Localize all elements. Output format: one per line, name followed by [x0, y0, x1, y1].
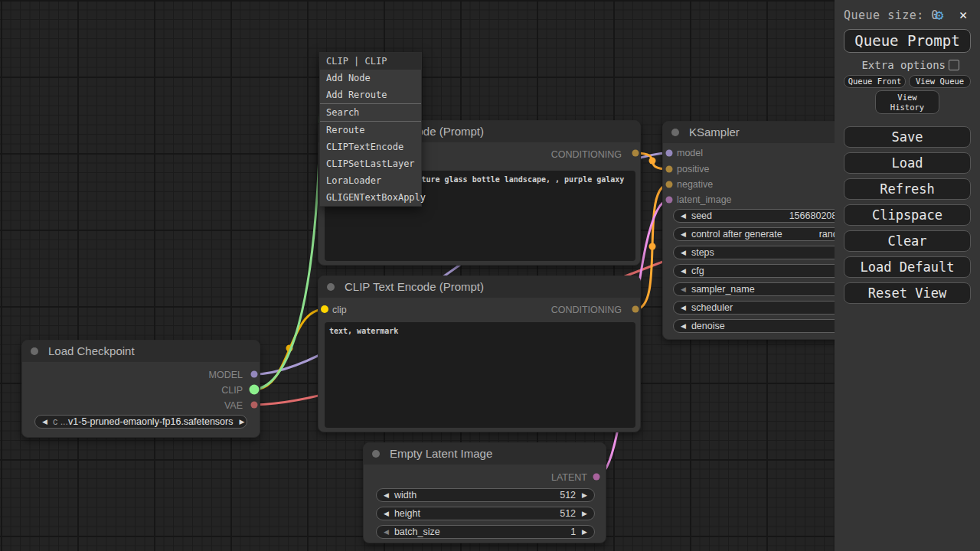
prev-value-arrow-icon[interactable]: ◀: [42, 418, 47, 425]
next-value-arrow-icon[interactable]: ▶: [239, 418, 244, 425]
widget-label: control after generate: [691, 229, 782, 240]
collapse-dot-icon[interactable]: [31, 347, 38, 355]
output-label-clip: CLIP: [221, 385, 243, 396]
batch-size-widget[interactable]: ◀ batch_size 1 ▶: [376, 525, 595, 539]
menu-item-gligentextboxapply[interactable]: GLIGENTextBoxApply: [320, 189, 421, 206]
queue-prompt-button[interactable]: Queue Prompt: [844, 29, 971, 53]
extra-options-checkbox[interactable]: [949, 60, 959, 70]
decrement-arrow-icon[interactable]: ◀: [681, 322, 686, 330]
increment-arrow-icon[interactable]: ▶: [582, 510, 587, 517]
widget-value: v1-5-pruned-emaonly-fp16.safetensors: [68, 416, 233, 427]
output-label-latent: LATENT: [551, 472, 587, 483]
decrement-arrow-icon[interactable]: ◀: [681, 249, 686, 256]
input-label-positive: positive: [677, 164, 709, 174]
menu-item-search[interactable]: Search: [320, 104, 421, 121]
node-clip-text-encode-negative[interactable]: CLIP Text Encode (Prompt) clip CONDITION…: [318, 276, 641, 432]
wire-clip-midpoint-dot: [286, 345, 293, 352]
node-title-bar[interactable]: Empty Latent Image: [364, 443, 606, 465]
prev-value-arrow-icon[interactable]: ◀: [681, 285, 686, 293]
clipspace-button[interactable]: Clipspace: [844, 204, 971, 226]
decrement-arrow-icon[interactable]: ◀: [384, 491, 389, 499]
widget-label: scheduler: [691, 302, 733, 313]
increment-arrow-icon[interactable]: ▶: [582, 528, 587, 536]
prompt-text: text, watermark: [329, 327, 398, 335]
widget-label: denoise: [691, 321, 725, 331]
node-title-bar[interactable]: CLIP Text Encode (Prompt): [318, 276, 640, 298]
decrement-arrow-icon[interactable]: ◀: [681, 212, 686, 220]
output-label-model: MODEL: [209, 370, 243, 380]
load-default-button[interactable]: Load Default: [844, 256, 971, 278]
node-title-bar[interactable]: Load Checkpoint: [22, 341, 260, 362]
menu-item-clipsetlastlayer[interactable]: CLIPSetLastLayer: [320, 155, 421, 172]
widget-label: sampler_name: [691, 284, 755, 295]
output-label-conditioning: CONDITIONING: [551, 305, 622, 315]
widget-label: height: [394, 508, 420, 519]
collapse-dot-icon[interactable]: [372, 450, 380, 458]
widget-label: width: [394, 490, 416, 500]
widget-label: c ...: [53, 416, 68, 427]
prev-value-arrow-icon[interactable]: ◀: [681, 230, 686, 238]
comfy-menu-panel: Queue size: 0 ⚙ ✕ Queue Prompt Extra opt…: [835, 0, 980, 551]
output-label-conditioning: CONDITIONING: [551, 149, 622, 160]
wire-negative-midpoint-dot: [649, 243, 656, 250]
input-label-clip: clip: [332, 305, 347, 315]
widget-value: 512: [560, 508, 576, 519]
menu-item-reroute[interactable]: Reroute: [320, 122, 421, 139]
widget-value: 512: [560, 490, 576, 500]
widget-label: seed: [691, 210, 712, 221]
increment-arrow-icon[interactable]: ▶: [582, 491, 587, 499]
menu-item-loraloader[interactable]: LoraLoader: [320, 172, 421, 189]
context-menu: CLIP | CLIP Add Node Add Reroute Search …: [319, 52, 422, 207]
output-label-vae: VAE: [224, 400, 243, 411]
widget-label: batch_size: [394, 527, 440, 537]
context-menu-title: CLIP | CLIP: [320, 53, 421, 70]
collapse-dot-icon[interactable]: [327, 283, 335, 291]
wire-positive-midpoint-dot: [649, 158, 656, 165]
menu-item-add-reroute[interactable]: Add Reroute: [320, 86, 421, 103]
view-queue-button[interactable]: View Queue: [909, 75, 971, 88]
clear-button[interactable]: Clear: [844, 230, 971, 252]
queue-size-label: Queue size: 0: [844, 8, 939, 22]
wire-clip: [254, 309, 325, 390]
menu-item-add-node[interactable]: Add Node: [320, 70, 421, 86]
prompt-textarea[interactable]: text, watermark: [325, 322, 635, 428]
decrement-arrow-icon[interactable]: ◀: [384, 528, 389, 536]
height-widget[interactable]: ◀ height 512 ▶: [376, 507, 595, 520]
node-title: Load Checkpoint: [48, 344, 135, 357]
node-title: KSampler: [689, 126, 740, 139]
decrement-arrow-icon[interactable]: ◀: [681, 267, 686, 275]
load-button[interactable]: Load: [844, 152, 971, 174]
widget-label: steps: [691, 247, 714, 258]
view-history-button[interactable]: ViewHistory: [875, 90, 939, 114]
save-button[interactable]: Save: [844, 126, 971, 148]
menu-item-cliptextencode[interactable]: CLIPTextEncode: [320, 139, 421, 155]
close-icon[interactable]: ✕: [959, 7, 967, 22]
input-label-latent-image: latent_image: [677, 194, 732, 205]
widget-label: cfg: [691, 266, 704, 276]
collapse-dot-icon[interactable]: [671, 129, 679, 136]
input-label-model: model: [677, 148, 703, 158]
reset-view-button[interactable]: Reset View: [844, 282, 971, 304]
comfyui-app: Load Checkpoint MODEL CLIP VAE ◀ c ... v…: [0, 0, 980, 551]
settings-gear-icon[interactable]: ⚙: [935, 6, 943, 23]
ckpt-name-combo-widget[interactable]: ◀ c ... v1-5-pruned-emaonly-fp16.safeten…: [34, 415, 247, 429]
extra-options-label: Extra options: [835, 59, 946, 71]
graph-canvas[interactable]: Load Checkpoint MODEL CLIP VAE ◀ c ... v…: [0, 0, 980, 551]
prev-value-arrow-icon[interactable]: ◀: [681, 304, 686, 311]
wire-drag-clip: [254, 61, 321, 390]
decrement-arrow-icon[interactable]: ◀: [384, 510, 389, 517]
node-title: CLIP Text Encode (Prompt): [345, 280, 484, 293]
refresh-button[interactable]: Refresh: [844, 178, 971, 200]
input-label-negative: negative: [677, 179, 713, 190]
queue-front-button[interactable]: Queue Front: [844, 75, 906, 88]
node-title: Empty Latent Image: [390, 447, 492, 460]
node-empty-latent-image[interactable]: Empty Latent Image LATENT ◀ width 512 ▶ …: [363, 442, 606, 543]
width-widget[interactable]: ◀ width 512 ▶: [376, 488, 595, 502]
widget-value: 1: [570, 527, 576, 537]
node-load-checkpoint[interactable]: Load Checkpoint MODEL CLIP VAE ◀ c ... v…: [21, 340, 260, 438]
